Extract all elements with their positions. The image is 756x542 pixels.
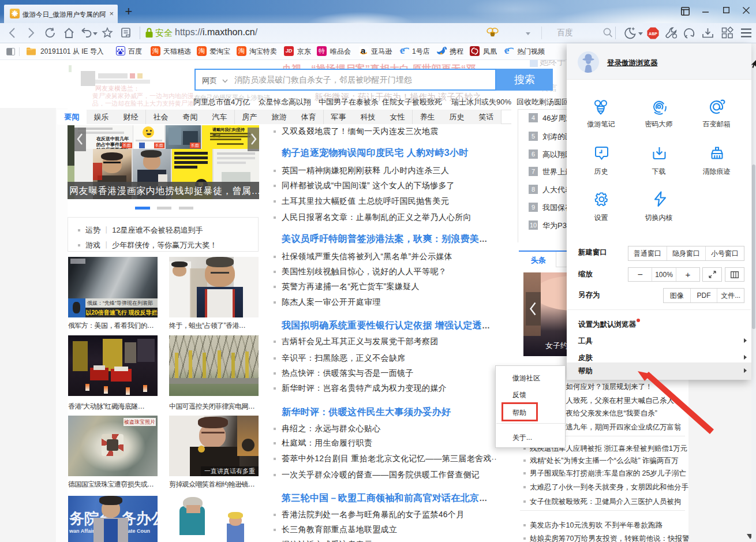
svg-text:ABP: ABP (649, 32, 657, 36)
